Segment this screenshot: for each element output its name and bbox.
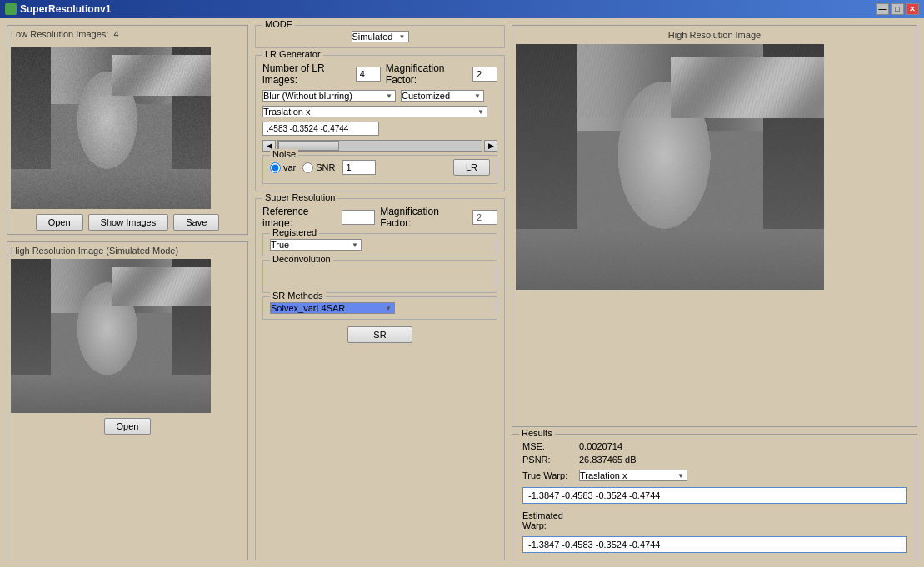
title-bar: SuperResolutionv1 — □ ✕ [0,0,924,18]
lr-generate-button[interactable]: LR [453,159,490,176]
blur-select[interactable]: Blur (Without blurring) Gaussian Average [262,90,396,102]
var-radio[interactable] [270,162,281,173]
show-images-button[interactable]: Show Images [88,214,169,231]
hr-sim-image-display [11,259,211,413]
num-lr-label: Number of LR images: [262,62,351,86]
deconvolution-legend: Deconvolution [270,254,333,264]
scroll-right-btn[interactable]: ▶ [484,140,497,152]
sr-methods-box: SR Methods Solvex_varL4SAR Method2 [262,296,497,320]
hr-image-panel: High Resolution Image [512,25,917,427]
sr-methods-select[interactable]: Solvex_varL4SAR Method2 [270,302,395,314]
var-label: var [283,162,296,172]
mag-factor-label: Magnification Factor: [386,62,467,86]
lr-generator-box: LR Generator Number of LR images: Magnif… [255,55,505,191]
ref-image-label: Reference image: [262,206,337,229]
sr-legend: Super Resolution [262,192,337,202]
super-resolution-box: Super Resolution Reference image: Magnif… [255,198,505,560]
sr-mag-factor-input[interactable] [472,210,497,225]
mode-select[interactable]: Simulated Real [352,31,409,42]
lr-open-button[interactable]: Open [36,214,83,231]
true-warp-input[interactable] [522,487,907,504]
mag-factor-input[interactable] [472,67,497,82]
mode-legend: MODE [262,19,295,29]
psnr-label: PSNR: [522,455,572,465]
close-button[interactable]: ✕ [906,3,919,15]
noise-box: Noise var SNR LR [262,155,497,184]
hr-image-label: High Resolution Image [668,30,761,40]
app-icon [5,3,17,15]
mode-box: MODE Simulated Real [255,25,505,48]
hr-open-button[interactable]: Open [104,418,152,435]
hr-image-display [516,44,824,290]
results-legend: Results [519,428,555,438]
results-panel: Results MSE: 0.0020714 PSNR: 26.837465 d… [512,434,917,560]
snr-radio[interactable] [302,162,313,173]
mse-label: MSE: [522,441,572,451]
deconvolution-box: Deconvolution [262,260,497,293]
custom-select[interactable]: Customized Default [401,90,484,102]
app-title: SuperResolutionv1 [20,3,111,15]
registered-legend: Registered [270,227,319,237]
sr-mag-factor-label: Magnification Factor: [380,206,467,229]
noise-value-input[interactable] [342,160,376,175]
lr-count: 4 [113,29,118,39]
minimize-button[interactable]: — [876,3,889,15]
ref-image-input[interactable] [342,210,375,225]
true-warp-select[interactable]: Traslation x Traslation y [579,470,687,481]
hr-sim-panel: High Resolution Image (Simulated Mode) O… [7,241,248,560]
save-button[interactable]: Save [173,214,219,231]
lr-images-panel: Low Resolution Images: 4 Open Show Image… [7,25,248,235]
sr-button[interactable]: SR [347,326,412,343]
svg-rect-0 [7,5,15,13]
lr-generator-legend: LR Generator [262,49,323,59]
sr-methods-legend: SR Methods [270,291,326,301]
snr-label: SNR [316,162,335,172]
estimated-warp-label: Estimated Warp: [522,510,572,530]
noise-legend: Noise [270,149,298,159]
estimated-warp-input[interactable] [522,536,907,553]
maximize-button[interactable]: □ [891,3,904,15]
scroll-track[interactable] [277,140,482,152]
registered-select[interactable]: True False [270,239,362,251]
translation-select[interactable]: Traslation x Traslation y Rotation [262,106,487,117]
mse-value: 0.0020714 [579,441,622,451]
num-lr-input[interactable] [356,67,381,82]
hr-sim-title: High Resolution Image (Simulated Mode) [11,246,178,256]
lr-image-display [11,47,211,209]
psnr-value: 26.837465 dB [579,455,637,465]
value-display: .4583 -0.3524 -0.4744 [262,122,379,136]
registered-box: Registered True False [262,233,497,256]
lr-title: Low Resolution Images: [11,29,108,39]
true-warp-label: True Warp: [522,470,572,480]
